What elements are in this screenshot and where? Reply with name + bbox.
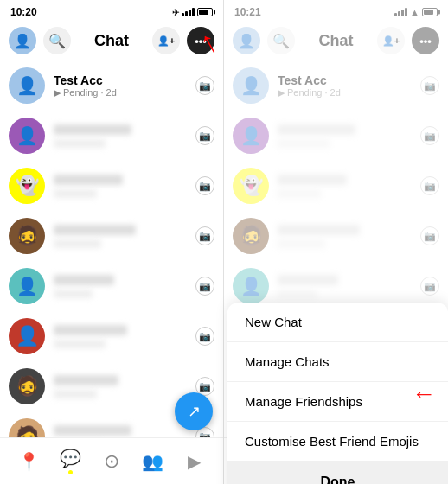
left-time: 10:20 [10,6,37,18]
left-chat-item-4[interactable]: 🧔 📷 [0,211,223,261]
left-avatar-3: 👻 [9,168,45,204]
left-bottom-nav: 📍 💬 ⊙ 👥 ▶ [0,437,223,484]
left-fab-button[interactable]: ↗ [175,392,213,430]
left-status-icons: ✈ [172,8,213,17]
play-icon: ▶ [188,451,201,472]
left-chat-item-3[interactable]: 👻 📷 [0,161,223,211]
left-chat-list: 👤 Test Acc ▶ Pending · 2d 📷 👤 📷 👻 [0,60,223,437]
left-chat-sub-testacc: ▶ Pending · 2d [54,87,187,99]
left-chat-info-testacc: Test Acc ▶ Pending · 2d [54,73,187,99]
right-panel: 10:21 ▲ 👤 🔍 Chat 👤+ ••• 👤 T [224,0,448,484]
left-avatar-6: 👤 [9,318,45,354]
camera-icon: ⊙ [104,450,119,473]
left-avatar-testacc: 👤 [9,67,45,104]
left-chat-item-5[interactable]: 👤 📷 [0,261,223,311]
left-more-button[interactable]: ••• [187,27,214,54]
left-nav-map[interactable]: 📍 [9,451,50,472]
left-camera-6[interactable]: 📷 [195,327,214,346]
left-chat-item-testacc[interactable]: 👤 Test Acc ▶ Pending · 2d 📷 [0,60,223,111]
left-chat-info-8 [54,425,187,438]
left-nav-chat[interactable]: 💬 [50,448,92,474]
left-chat-item-6[interactable]: 👤 📷 [0,311,223,361]
dropdown-done-button[interactable]: Done [227,462,448,484]
left-chat-info-6 [54,325,187,348]
dropdown-customise-emojis[interactable]: Customise Best Friend Emojis [227,422,448,462]
left-camera-3[interactable]: 📷 [195,176,214,195]
signal-icon [182,8,195,16]
left-search-button[interactable]: 🔍 [43,27,71,54]
left-nav-actions: 👤+ ••• [152,27,214,54]
left-chat-name-testacc: Test Acc [54,73,187,87]
friends-icon: 👥 [142,451,163,472]
left-top-nav: 👤 🔍 Chat 👤+ ••• [0,21,223,60]
left-avatar-2: 👤 [9,118,45,154]
map-icon: 📍 [18,451,40,472]
left-chat-info-3 [54,175,187,198]
left-add-friend-button[interactable]: 👤+ [152,27,180,54]
left-avatar-5: 👤 [9,268,45,304]
left-camera-2[interactable]: 📷 [195,126,214,145]
left-camera-4[interactable]: 📷 [195,226,214,245]
left-chat-info-2 [54,124,187,148]
left-status-bar: 10:20 ✈ [0,0,223,21]
chat-active-dot [68,470,73,474]
left-avatar-8: 🧑 [9,418,45,437]
left-nav-camera[interactable]: ⊙ [91,450,132,473]
left-avatar-7: 🧔 [9,368,45,404]
left-camera-5[interactable]: 📷 [195,277,214,296]
location-icon: ✈ [172,8,179,17]
pending-arrow-icon: ▶ [54,87,61,99]
left-nav-title: Chat [78,32,145,50]
right-dropdown-overlay[interactable] [224,0,448,302]
left-camera-testacc[interactable]: 📷 [195,76,214,95]
dropdown-new-chat[interactable]: New Chat [227,302,448,342]
left-chat-info-4 [54,225,187,248]
left-panel: 10:20 ✈ 👤 🔍 Chat 👤+ ••• ↑ 👤 [0,0,224,484]
left-nav-friends[interactable]: 👥 [132,451,174,472]
dropdown-manage-chats[interactable]: Manage Chats [227,342,448,382]
left-avatar-4: 🧔 [9,218,45,254]
left-user-avatar[interactable]: 👤 [9,27,36,54]
left-chat-info-5 [54,275,187,298]
chat-icon: 💬 [60,448,81,468]
left-nav-play[interactable]: ▶ [173,451,214,472]
left-chat-item-2[interactable]: 👤 📷 [0,111,223,161]
right-red-arrow: ← [412,380,436,408]
left-chat-info-7 [54,375,187,398]
battery-icon [197,8,213,16]
